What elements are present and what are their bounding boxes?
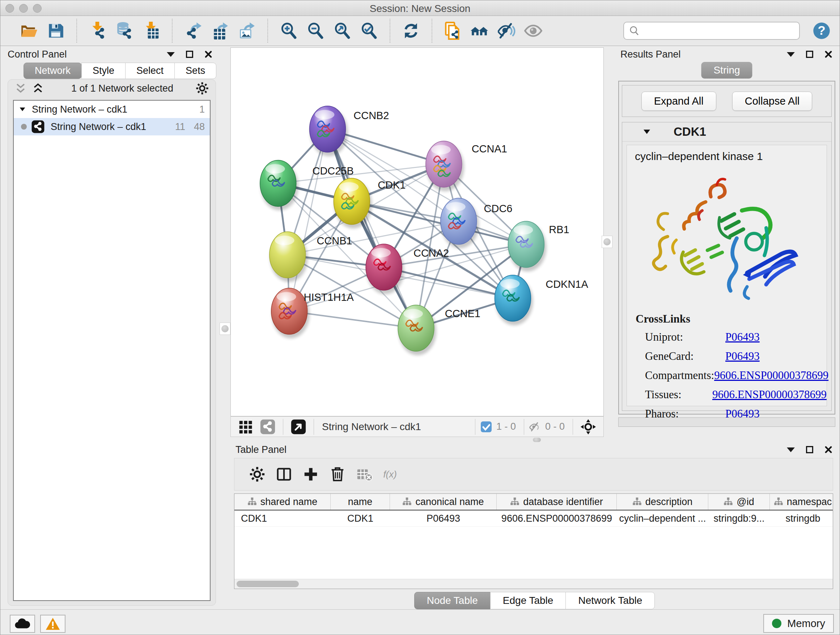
disclosure-triangle-icon[interactable] [19,106,26,113]
clone-network-icon[interactable] [443,21,463,41]
float-panel-icon[interactable] [185,50,194,59]
save-session-icon[interactable] [46,21,66,41]
collapse-all-button[interactable]: Collapse All [732,92,813,111]
hidden-eye-icon[interactable] [529,420,542,433]
export-network-icon[interactable] [183,21,203,41]
search-box[interactable] [623,22,800,40]
expand-all-button[interactable]: Expand All [641,92,716,111]
close-panel-icon[interactable] [824,445,833,454]
toolbar-separator [390,19,390,43]
string-view-icon[interactable] [260,419,276,435]
open-session-icon[interactable] [19,21,39,41]
collapse-all-icon[interactable] [14,82,27,95]
expand-all-icon[interactable] [32,82,44,95]
network-node-CCNE1[interactable]: CCNE1 [398,305,480,356]
grid-view-icon[interactable] [238,419,254,435]
tab-network-table[interactable]: Network Table [565,592,655,609]
delete-column-icon[interactable] [327,464,347,485]
crosslink-link[interactable]: P06493 [725,331,760,344]
close-panel-icon[interactable] [204,50,213,59]
export-image-icon[interactable] [237,21,257,41]
attributes-gear-icon[interactable] [247,464,267,485]
split-panel-icon[interactable] [274,464,294,485]
crosslink-link[interactable]: 9606.ENSP00000378699 [714,369,829,382]
table-scrollbar-thumb[interactable] [237,581,299,587]
network-canvas[interactable]: CCNB2 CCNA1 CDC25B CDK1 CDC6 RB1 CCNB1 [231,48,604,416]
network-label: String Network – cdk1 [51,121,146,133]
table-cell: 9606.ENSP00000378699 [497,510,617,526]
node-label-CDK1: CDK1 [378,179,406,191]
tab-select[interactable]: Select [125,63,175,79]
network-row[interactable]: String Network – cdk1 11 48 [14,118,210,135]
node-result-header[interactable]: CDK1 [622,122,831,141]
zoom-selected-icon[interactable] [359,21,379,41]
tab-node-table[interactable]: Node Table [414,592,491,609]
network-node-CDK1[interactable]: CDK1 [333,178,406,228]
import-database-icon[interactable] [114,21,134,41]
zoom-fit-icon[interactable] [332,21,352,41]
column-header-canonical-name[interactable]: canonical name [390,494,497,510]
float-panel-icon[interactable] [805,50,814,59]
search-input[interactable] [641,23,795,38]
tab-edge-table[interactable]: Edge Table [490,592,566,609]
tab-sets[interactable]: Sets [174,63,216,79]
collection-count: 1 [199,104,205,115]
network-collection-row[interactable]: String Network – cdk1 1 [14,101,210,118]
network-node-CDC6[interactable]: CDC6 [441,198,513,249]
network-node-CDKN1A[interactable]: CDKN1A [495,275,589,325]
tab-style[interactable]: Style [81,63,126,79]
crosslink-link[interactable]: P06493 [725,350,760,363]
panel-menu-icon[interactable] [786,50,796,59]
zoom-out-icon[interactable] [305,21,325,41]
memory-status-led [772,619,782,628]
results-scrollbar-track[interactable] [618,417,835,427]
horizontal-splitter-handle[interactable] [531,437,543,442]
toolbar-separator [76,19,77,43]
svg-text:f(x): f(x) [383,469,396,479]
network-node-HIST1H1A[interactable]: HIST1H1A [271,288,354,339]
column-header-namespac[interactable]: namespac [770,494,833,510]
selected-checkbox-icon[interactable] [480,420,493,433]
network-node-CCNA1[interactable]: CCNA1 [426,141,507,191]
table-row[interactable]: CDK1CDK1P064939606.ENSP00000378699cyclin… [234,510,833,527]
network-options-gear-icon[interactable] [195,81,209,95]
memory-button[interactable]: Memory [763,614,834,633]
tab-network[interactable]: Network [24,63,82,79]
export-table-icon[interactable] [210,21,230,41]
warnings-button[interactable] [40,615,65,633]
import-network-icon[interactable] [88,21,108,41]
table-scrollbar-track[interactable] [234,579,833,589]
close-panel-icon[interactable] [824,50,833,59]
import-table-icon[interactable] [141,21,161,41]
add-column-icon[interactable] [301,464,321,485]
cloud-button[interactable] [10,615,35,633]
selected-count: 1 - 0 [496,421,516,432]
node-label-CCNE1: CCNE1 [445,308,480,319]
column-header-name[interactable]: name [331,494,390,510]
panel-menu-icon[interactable] [786,445,796,454]
table-cell: cyclin–dependent ... [617,510,708,526]
network-node-RB1[interactable]: RB1 [508,221,569,272]
panel-menu-icon[interactable] [166,50,175,59]
zoom-in-icon[interactable] [279,21,299,41]
help-button[interactable]: ? [812,21,831,40]
right-splitter-handle[interactable] [602,236,613,248]
refresh-icon[interactable] [401,21,421,41]
show-all-icon[interactable] [523,21,543,41]
control-panel: Control Panel NetworkStyleSelectSets 1 o… [3,48,218,609]
column-header-description[interactable]: description [617,494,708,510]
pan-crosshair-icon[interactable] [580,419,596,435]
column-header-shared-name[interactable]: shared name [234,494,331,510]
hide-selected-icon[interactable] [496,21,516,41]
results-panel: Results Panel String Expand All Collapse… [615,48,838,441]
float-panel-icon[interactable] [805,445,814,454]
column-header--id[interactable]: @id [708,494,770,510]
status-bar: Memory [0,609,840,635]
birds-eye-view-icon[interactable] [291,419,306,435]
disclosure-triangle-icon[interactable] [643,127,651,136]
column-header-database-identifier[interactable]: database identifier [497,494,617,510]
first-neighbors-icon[interactable] [470,21,490,41]
tab-string[interactable]: String [701,62,752,79]
left-splitter-handle[interactable] [219,323,231,335]
crosslink-link[interactable]: 9606.ENSP00000378699 [712,388,827,401]
